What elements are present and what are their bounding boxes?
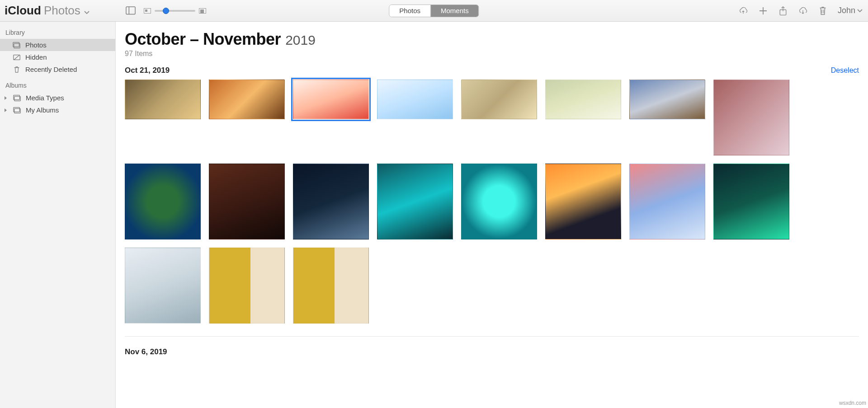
moment-section: Nov 6, 2019 — [125, 336, 859, 356]
view-controls — [126, 6, 206, 16]
title-range: October – November — [125, 30, 281, 49]
photo-thumb[interactable] — [377, 164, 453, 239]
attribution-text: wsxdn.com — [839, 400, 866, 406]
photos-stack-icon — [13, 42, 21, 49]
sidebar-item-hidden[interactable]: Hidden — [0, 51, 115, 63]
photo-thumb[interactable] — [629, 80, 705, 119]
sidebar-item-recently-deleted[interactable]: Recently Deleted — [0, 63, 115, 75]
page-title: October – November 2019 — [125, 30, 859, 49]
photo-grid — [125, 80, 859, 324]
photo-thumb[interactable] — [713, 80, 789, 155]
tab-photos[interactable]: Photos — [389, 5, 430, 17]
section-date: Oct 21, 2019 — [125, 66, 170, 75]
sidebar-item-photos[interactable]: Photos — [0, 39, 115, 51]
photo-thumb[interactable] — [461, 164, 537, 239]
sidebar-toggle-icon[interactable] — [126, 6, 136, 16]
thumbnail-size-slider[interactable] — [144, 8, 206, 14]
sidebar-item-label: Hidden — [25, 53, 47, 61]
large-thumb-icon — [199, 8, 206, 14]
share-icon[interactable] — [778, 6, 788, 16]
photo-thumb[interactable] — [209, 164, 285, 239]
svg-line-6 — [14, 55, 20, 60]
trash-icon[interactable] — [818, 6, 828, 16]
photo-thumb[interactable] — [377, 80, 453, 119]
sidebar-item-label: Media Types — [26, 94, 64, 102]
photo-thumb[interactable] — [125, 164, 201, 239]
sidebar-item-label: Photos — [25, 41, 47, 49]
album-stack-icon — [13, 94, 21, 102]
slider-track[interactable] — [155, 10, 195, 12]
small-thumb-icon — [144, 8, 151, 14]
album-stack-icon — [13, 107, 21, 114]
photo-thumb[interactable] — [713, 164, 789, 239]
brand-primary: iCloud — [5, 4, 41, 18]
top-toolbar: iCloud Photos Photos Moments — [0, 0, 868, 22]
hidden-icon — [13, 54, 21, 61]
view-segmented-control: Photos Moments — [389, 5, 479, 17]
disclosure-triangle-icon[interactable] — [5, 96, 7, 100]
photo-thumb[interactable] — [125, 248, 201, 324]
photo-thumb[interactable] — [629, 164, 705, 239]
toolbar-right: John — [738, 6, 863, 16]
photo-thumb[interactable] — [461, 80, 537, 119]
photo-thumb[interactable] — [293, 80, 369, 119]
brand-secondary: Photos — [44, 4, 80, 18]
deselect-button[interactable]: Deselect — [831, 66, 859, 75]
plus-icon[interactable] — [758, 6, 768, 16]
photo-thumb[interactable] — [545, 80, 621, 119]
sidebar-item-label: My Albums — [26, 106, 59, 114]
user-name: John — [838, 6, 855, 15]
svg-rect-0 — [126, 7, 135, 14]
sidebar-item-my-albums[interactable]: My Albums — [0, 104, 115, 116]
photo-thumb[interactable] — [293, 164, 369, 239]
photo-thumb[interactable] — [209, 248, 285, 324]
chevron-down-icon — [857, 9, 863, 13]
chevron-down-icon — [84, 11, 90, 14]
item-count: 97 Items — [125, 50, 859, 58]
disclosure-triangle-icon[interactable] — [5, 108, 7, 112]
sidebar-item-media-types[interactable]: Media Types — [0, 92, 115, 104]
title-year: 2019 — [285, 33, 316, 48]
slider-knob[interactable] — [163, 8, 169, 14]
photo-thumb[interactable] — [209, 80, 285, 119]
user-menu[interactable]: John — [838, 6, 863, 15]
trash-icon — [13, 66, 21, 73]
photo-thumb[interactable] — [293, 248, 369, 324]
app-title-menu[interactable]: iCloud Photos — [5, 4, 90, 18]
photo-thumb[interactable] — [125, 80, 201, 119]
sidebar-item-label: Recently Deleted — [25, 66, 77, 73]
cloud-upload-icon[interactable] — [738, 6, 748, 16]
tab-moments[interactable]: Moments — [430, 5, 479, 17]
sidebar-header-library: Library — [0, 27, 115, 39]
sidebar-header-albums: Albums — [0, 80, 115, 92]
sidebar: Library Photos Hidden Recently Deleted A… — [0, 22, 116, 408]
section-date: Nov 6, 2019 — [125, 347, 167, 356]
moment-section: Oct 21, 2019 Deselect — [125, 66, 859, 324]
photo-thumb[interactable] — [545, 164, 621, 239]
main-content: October – November 2019 97 Items Oct 21,… — [116, 22, 868, 408]
cloud-download-icon[interactable] — [798, 6, 808, 16]
